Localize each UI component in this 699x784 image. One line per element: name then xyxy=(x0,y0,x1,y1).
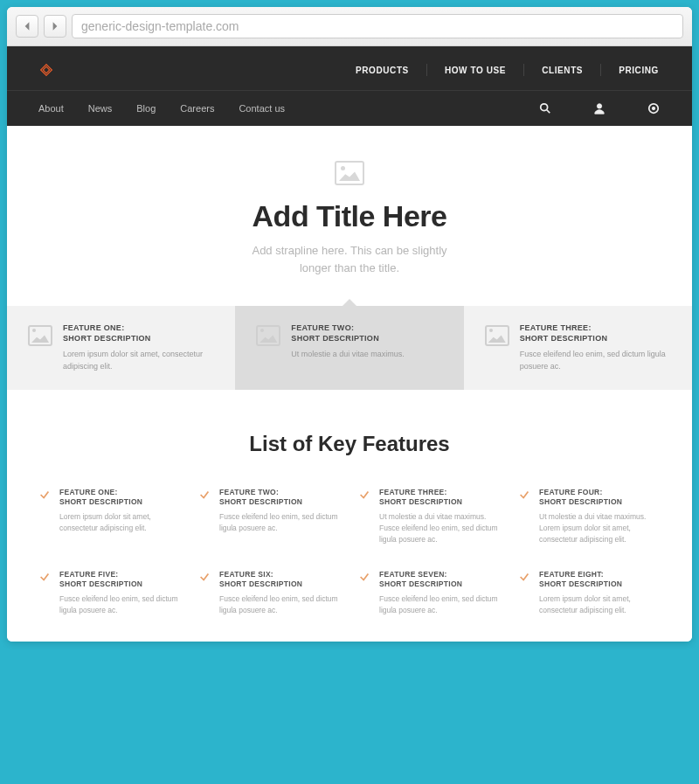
subnav-about[interactable]: About xyxy=(38,103,64,114)
hero-strapline: Add strapline here. This can be slightly… xyxy=(245,242,454,276)
image-placeholder-icon xyxy=(335,161,364,185)
nav-how-to-use[interactable]: HOW TO USE xyxy=(443,66,508,75)
subnav-news[interactable]: News xyxy=(88,103,113,114)
key-feature-item: FEATURE FOUR: SHORT DESCRIPTION Ut moles… xyxy=(518,488,661,545)
key-feature-desc: Lorem ipsum dolor sit amet, consectetur … xyxy=(59,511,181,534)
feature-card-1[interactable]: FEATURE ONE: SHORT DESCRIPTION Lorem ips… xyxy=(7,306,235,390)
image-placeholder-icon xyxy=(256,325,280,346)
feature-card-2[interactable]: FEATURE TWO: SHORT DESCRIPTION Ut molest… xyxy=(235,306,463,390)
page-content: PRODUCTS HOW TO USE CLIENTS PRICING Abou… xyxy=(7,46,692,642)
key-feature-desc: Fusce eleifend leo enim, sed dictum ligu… xyxy=(59,593,181,616)
check-icon xyxy=(38,571,51,583)
feature-card-desc: Ut molestie a dui vitae maximus. xyxy=(291,349,446,361)
subnav-careers[interactable]: Careers xyxy=(180,103,214,114)
browser-chrome xyxy=(7,7,692,46)
key-feature-item: FEATURE SIX: SHORT DESCRIPTION Fusce ele… xyxy=(198,570,341,616)
feature-card-title: FEATURE TWO: SHORT DESCRIPTION xyxy=(291,323,446,343)
nav-separator xyxy=(523,64,524,76)
logo-icon[interactable] xyxy=(38,62,54,78)
nav-pricing[interactable]: PRICING xyxy=(617,66,661,75)
primary-nav: PRODUCTS HOW TO USE CLIENTS PRICING xyxy=(7,46,692,91)
help-icon[interactable] xyxy=(647,101,661,115)
key-feature-item: FEATURE EIGHT: SHORT DESCRIPTION Lorem i… xyxy=(518,570,661,616)
key-feature-desc: Fusce eleifend leo enim, sed dictum ligu… xyxy=(379,593,501,616)
subnav-contact[interactable]: Contact us xyxy=(239,103,285,114)
nav-separator xyxy=(600,64,601,76)
check-icon xyxy=(38,489,51,501)
key-feature-title: FEATURE FIVE: SHORT DESCRIPTION xyxy=(59,570,181,589)
svg-rect-1 xyxy=(43,66,50,73)
key-feature-title: FEATURE THREE: SHORT DESCRIPTION xyxy=(379,488,501,507)
key-feature-title: FEATURE EIGHT: SHORT DESCRIPTION xyxy=(539,570,661,589)
svg-point-2 xyxy=(541,104,548,111)
nav-separator xyxy=(426,64,427,76)
nav-clients[interactable]: CLIENTS xyxy=(540,66,585,75)
check-icon xyxy=(198,571,211,583)
key-features-heading: List of Key Features xyxy=(38,432,661,456)
key-feature-item: FEATURE FIVE: SHORT DESCRIPTION Fusce el… xyxy=(38,570,181,616)
site-header: PRODUCTS HOW TO USE CLIENTS PRICING Abou… xyxy=(7,46,692,126)
url-bar[interactable] xyxy=(72,14,683,38)
feature-card-3[interactable]: FEATURE THREE: SHORT DESCRIPTION Fusce e… xyxy=(464,306,692,390)
key-features-grid: FEATURE ONE: SHORT DESCRIPTION Lorem ips… xyxy=(38,488,661,615)
feature-card-desc: Lorem ipsum dolor sit amet, consectetur … xyxy=(63,349,218,372)
nav-products[interactable]: PRODUCTS xyxy=(354,66,411,75)
image-placeholder-icon xyxy=(485,325,509,346)
key-feature-title: FEATURE ONE: SHORT DESCRIPTION xyxy=(59,488,181,507)
check-icon xyxy=(358,489,370,501)
search-icon[interactable] xyxy=(538,101,552,115)
key-feature-desc: Fusce eleifend leo enim, sed dictum ligu… xyxy=(219,593,341,616)
key-feature-desc: Ut molestie a dui vitae maximus. Lorem i… xyxy=(539,511,661,545)
key-feature-title: FEATURE FOUR: SHORT DESCRIPTION xyxy=(539,488,661,507)
key-feature-title: FEATURE SEVEN: SHORT DESCRIPTION xyxy=(379,570,501,589)
key-feature-title: FEATURE SIX: SHORT DESCRIPTION xyxy=(219,570,341,589)
key-feature-item: FEATURE TWO: SHORT DESCRIPTION Fusce ele… xyxy=(198,488,341,545)
user-icon[interactable] xyxy=(592,101,606,115)
feature-strip: FEATURE ONE: SHORT DESCRIPTION Lorem ips… xyxy=(7,306,692,390)
browser-back-button[interactable] xyxy=(16,15,38,38)
key-feature-desc: Ut molestie a dui vitae maximus. Fusce e… xyxy=(379,511,501,545)
feature-card-title: FEATURE ONE: SHORT DESCRIPTION xyxy=(63,323,218,343)
feature-card-desc: Fusce eleifend leo enim, sed dictum ligu… xyxy=(520,349,675,372)
feature-card-title: FEATURE THREE: SHORT DESCRIPTION xyxy=(520,323,675,343)
svg-point-6 xyxy=(652,107,655,110)
check-icon xyxy=(518,571,530,583)
browser-window: PRODUCTS HOW TO USE CLIENTS PRICING Abou… xyxy=(7,7,692,642)
key-feature-title: FEATURE TWO: SHORT DESCRIPTION xyxy=(219,488,341,507)
key-features-section: List of Key Features FEATURE ONE: SHORT … xyxy=(7,390,692,642)
key-feature-desc: Lorem ipsum dolor sit amet, consectetur … xyxy=(539,593,661,616)
svg-line-3 xyxy=(547,110,550,114)
check-icon xyxy=(358,571,370,583)
key-feature-desc: Fusce eleifend leo enim, sed dictum ligu… xyxy=(219,511,341,534)
secondary-nav: About News Blog Careers Contact us xyxy=(7,91,692,126)
browser-forward-button[interactable] xyxy=(44,15,66,38)
check-icon xyxy=(518,489,530,501)
key-feature-item: FEATURE THREE: SHORT DESCRIPTION Ut mole… xyxy=(358,488,501,545)
hero-section: Add Title Here Add strapline here. This … xyxy=(7,126,692,306)
key-feature-item: FEATURE ONE: SHORT DESCRIPTION Lorem ips… xyxy=(38,488,181,545)
hero-title: Add Title Here xyxy=(24,199,675,233)
check-icon xyxy=(198,489,211,501)
svg-point-4 xyxy=(597,104,601,108)
key-feature-item: FEATURE SEVEN: SHORT DESCRIPTION Fusce e… xyxy=(358,570,501,616)
image-placeholder-icon xyxy=(28,325,52,346)
subnav-blog[interactable]: Blog xyxy=(136,103,156,114)
